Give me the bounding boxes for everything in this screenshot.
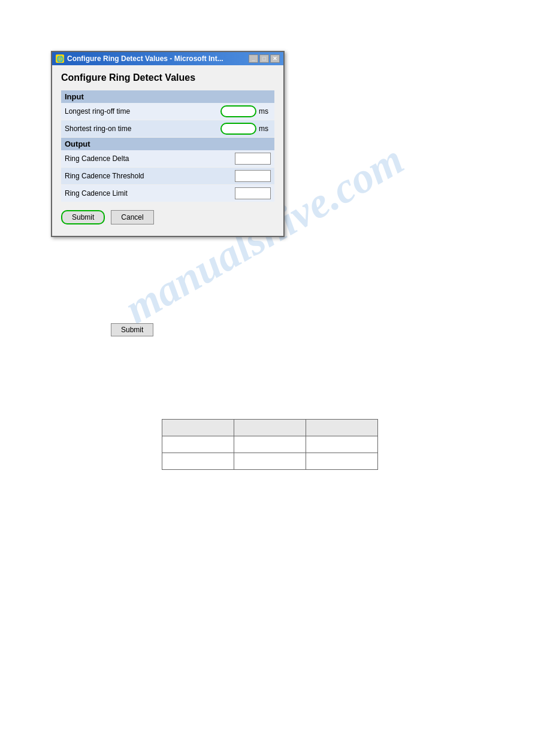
table-row bbox=[162, 453, 378, 470]
dialog-title-text: Configure Ring Detect Values - Microsoft… bbox=[67, 54, 223, 63]
output-section-header: Output bbox=[61, 138, 274, 150]
dialog-cancel-button[interactable]: Cancel bbox=[111, 210, 153, 224]
ring-cadence-delta-row: Ring Cadence Delta bbox=[61, 150, 274, 167]
ring-cadence-delta-input[interactable] bbox=[235, 153, 271, 165]
longest-ringoff-row: Longest ring-off time ms bbox=[61, 103, 274, 120]
longest-ringoff-input[interactable] bbox=[220, 105, 256, 117]
table-cell bbox=[306, 436, 378, 453]
dialog-submit-button[interactable]: Submit bbox=[61, 210, 105, 224]
ring-cadence-limit-input[interactable] bbox=[235, 187, 271, 199]
dialog-icon: 🌐 bbox=[56, 54, 64, 63]
ring-cadence-threshold-label: Ring Cadence Threshold bbox=[65, 172, 235, 180]
table-cell bbox=[162, 420, 234, 436]
shortest-ringon-unit: ms bbox=[259, 125, 271, 133]
close-button[interactable]: ✕ bbox=[270, 54, 280, 63]
table-cell bbox=[162, 453, 234, 470]
shortest-ringon-input[interactable] bbox=[220, 123, 256, 135]
ring-cadence-limit-row: Ring Cadence Limit bbox=[61, 185, 274, 202]
longest-ringoff-unit: ms bbox=[259, 107, 271, 116]
maximize-button[interactable]: □ bbox=[259, 54, 269, 63]
shortest-ringon-label: Shortest ring-on time bbox=[65, 125, 220, 133]
minimize-button[interactable]: _ bbox=[249, 54, 258, 63]
dialog-button-row: Submit Cancel bbox=[61, 208, 274, 227]
ring-cadence-threshold-input[interactable] bbox=[235, 170, 271, 182]
data-table bbox=[162, 419, 378, 470]
shortest-ringon-row: Shortest ring-on time ms bbox=[61, 120, 274, 137]
input-section-header: Input bbox=[61, 90, 274, 103]
longest-ringoff-label: Longest ring-off time bbox=[65, 107, 220, 116]
titlebar-left: 🌐 Configure Ring Detect Values - Microso… bbox=[56, 54, 223, 63]
table-cell bbox=[162, 436, 234, 453]
ring-cadence-limit-label: Ring Cadence Limit bbox=[65, 189, 235, 198]
table-cell bbox=[234, 420, 306, 436]
dialog-body: Configure Ring Detect Values Input Longe… bbox=[52, 65, 283, 236]
table-cell bbox=[234, 453, 306, 470]
table-cell bbox=[234, 436, 306, 453]
table-row bbox=[162, 436, 378, 453]
dialog-titlebar: 🌐 Configure Ring Detect Values - Microso… bbox=[52, 52, 283, 65]
ring-cadence-threshold-row: Ring Cadence Threshold bbox=[61, 168, 274, 184]
titlebar-controls[interactable]: _ □ ✕ bbox=[249, 54, 280, 63]
table-cell bbox=[306, 453, 378, 470]
ring-cadence-delta-label: Ring Cadence Delta bbox=[65, 154, 235, 163]
table-cell bbox=[306, 420, 378, 436]
dialog-heading: Configure Ring Detect Values bbox=[61, 72, 274, 83]
dialog-window: 🌐 Configure Ring Detect Values - Microso… bbox=[51, 51, 285, 237]
table-row bbox=[162, 420, 378, 436]
standalone-submit-button[interactable]: Submit bbox=[111, 323, 153, 336]
